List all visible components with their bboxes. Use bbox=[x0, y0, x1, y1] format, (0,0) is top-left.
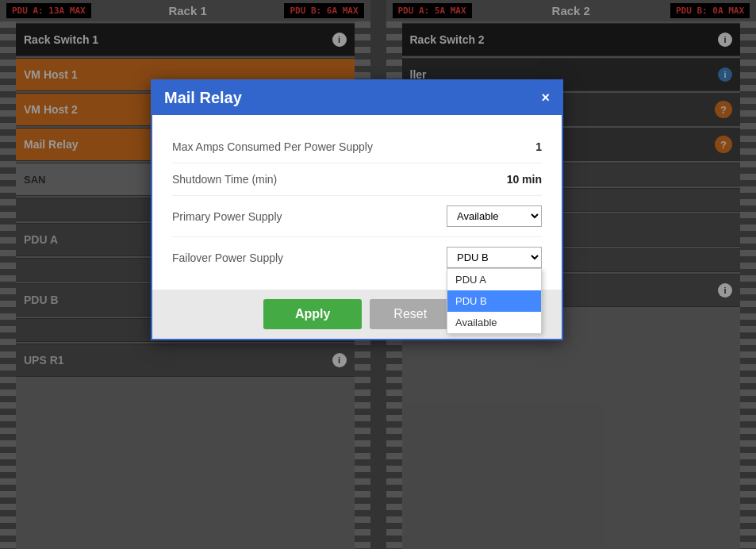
failover-dropdown-container: PDU A PDU B Available PDU A PDU B Availa… bbox=[447, 247, 542, 268]
field-shutdown-time: Shutdown Time (min) 10 min bbox=[172, 163, 542, 196]
modal-body: Max Amps Consumed Per Power Supply 1 Shu… bbox=[152, 115, 562, 290]
failover-menu-pdu-a[interactable]: PDU A bbox=[447, 269, 541, 290]
shutdown-time-value: 10 min bbox=[507, 173, 542, 186]
field-max-amps: Max Amps Consumed Per Power Supply 1 bbox=[172, 131, 542, 163]
field-primary-supply: Primary Power Supply Available PDU A PDU… bbox=[172, 196, 542, 237]
modal-header: Mail Relay × bbox=[152, 81, 562, 115]
failover-menu-pdu-b[interactable]: PDU B bbox=[447, 290, 541, 312]
max-amps-label: Max Amps Consumed Per Power Supply bbox=[172, 140, 535, 153]
shutdown-time-label: Shutdown Time (min) bbox=[172, 173, 507, 186]
primary-supply-label: Primary Power Supply bbox=[172, 210, 447, 223]
field-failover-supply: Failover Power Supply PDU A PDU B Availa… bbox=[172, 237, 542, 278]
max-amps-value: 1 bbox=[535, 140, 542, 153]
primary-supply-select[interactable]: Available PDU A PDU B bbox=[447, 205, 542, 227]
failover-dropdown-menu: PDU A PDU B Available bbox=[447, 268, 542, 334]
mail-relay-modal: Mail Relay × Max Amps Consumed Per Power… bbox=[151, 79, 563, 340]
failover-supply-label: Failover Power Supply bbox=[172, 251, 447, 264]
reset-button[interactable]: Reset bbox=[370, 299, 451, 329]
failover-supply-select[interactable]: PDU A PDU B Available bbox=[447, 247, 542, 268]
modal-title: Mail Relay bbox=[164, 89, 242, 107]
modal-close-button[interactable]: × bbox=[541, 90, 550, 106]
failover-menu-available[interactable]: Available bbox=[447, 312, 541, 333]
apply-button[interactable]: Apply bbox=[263, 299, 362, 329]
